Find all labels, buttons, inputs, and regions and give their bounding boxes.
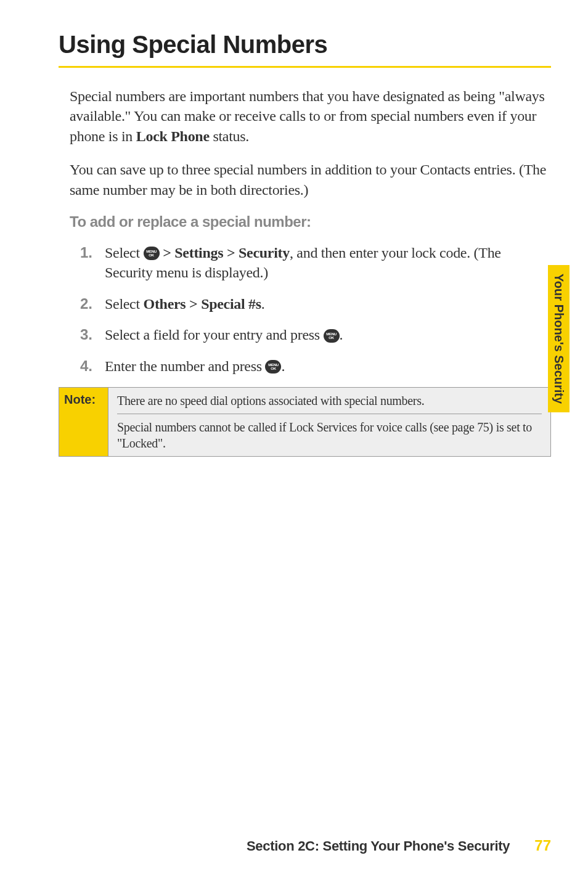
menu-ok-icon: MENUOK bbox=[144, 247, 160, 260]
step-number: 3. bbox=[80, 325, 105, 345]
para1-bold: Lock Phone bbox=[136, 128, 210, 144]
step-number: 4. bbox=[80, 356, 105, 376]
page-footer: Section 2C: Setting Your Phone's Securit… bbox=[247, 837, 551, 854]
intro-paragraph-2: You can save up to three special numbers… bbox=[70, 160, 551, 200]
step-post: . bbox=[261, 296, 265, 312]
note-label: Note: bbox=[59, 388, 108, 456]
footer-section-title: Section 2C: Setting Your Phone's Securit… bbox=[247, 838, 510, 854]
step-text: Select a field for your entry and press … bbox=[105, 325, 551, 345]
menu-ok-label: MENUOK bbox=[146, 250, 156, 257]
note-text-2: Special numbers cannot be called if Lock… bbox=[108, 414, 550, 456]
note-content: There are no speed dial options associat… bbox=[108, 388, 550, 456]
step-bold: > Settings > Security bbox=[160, 245, 290, 261]
step-post: . bbox=[281, 358, 285, 374]
procedure-subheading: To add or replace a special number: bbox=[70, 213, 551, 231]
step-text: Enter the number and press MENUOK. bbox=[105, 356, 551, 376]
step-post: . bbox=[340, 327, 343, 343]
step-2: 2. Select Others > Special #s. bbox=[80, 294, 551, 314]
step-1: 1. Select MENUOK > Settings > Security, … bbox=[80, 243, 551, 283]
menu-ok-icon: MENUOK bbox=[324, 329, 340, 343]
heading-underline bbox=[59, 66, 551, 68]
step-pre: Select bbox=[105, 296, 144, 312]
step-3: 3. Select a field for your entry and pre… bbox=[80, 325, 551, 345]
step-text: Select MENUOK > Settings > Security, and… bbox=[105, 243, 551, 283]
step-list: 1. Select MENUOK > Settings > Security, … bbox=[80, 243, 551, 376]
side-tab: Your Phone's Security bbox=[548, 265, 570, 412]
step-pre: Select bbox=[105, 245, 144, 261]
footer-page-number: 77 bbox=[534, 837, 551, 854]
step-number: 2. bbox=[80, 294, 105, 314]
step-text: Select Others > Special #s. bbox=[105, 294, 551, 314]
para1-post: status. bbox=[210, 128, 249, 144]
page-heading: Using Special Numbers bbox=[59, 31, 551, 59]
step-pre: Enter the number and press bbox=[105, 358, 265, 374]
intro-paragraph-1: Special numbers are important numbers th… bbox=[70, 86, 551, 146]
step-bold: Others > Special #s bbox=[144, 296, 261, 312]
menu-ok-label: MENUOK bbox=[268, 363, 278, 370]
menu-ok-label: MENUOK bbox=[326, 332, 336, 340]
note-text-1: There are no speed dial options associat… bbox=[108, 388, 550, 414]
step-pre: Select a field for your entry and press bbox=[105, 327, 324, 343]
note-box: Note: There are no speed dial options as… bbox=[59, 387, 551, 457]
step-number: 1. bbox=[80, 243, 105, 283]
menu-ok-icon: MENUOK bbox=[265, 360, 281, 374]
step-4: 4. Enter the number and press MENUOK. bbox=[80, 356, 551, 376]
